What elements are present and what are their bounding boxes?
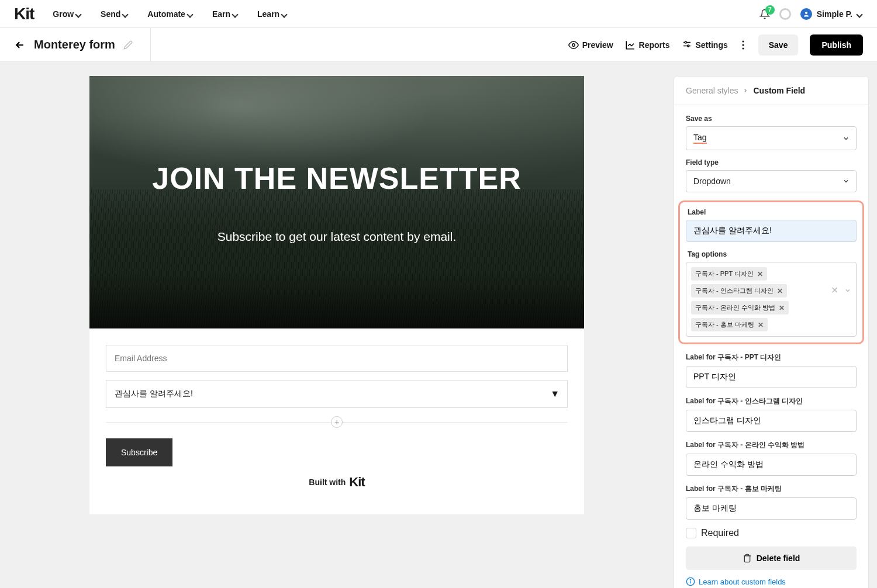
field-type-label: Field type [686,158,857,167]
svg-point-5 [687,45,689,47]
sub-nav-right: Preview Reports Settings Save Publish [568,34,863,56]
nav-item-grow[interactable]: Grow [53,9,82,19]
sub-nav: Monterey form Preview Reports Settings S… [0,28,877,62]
expand-tags-button[interactable] [844,287,851,294]
breadcrumb-general-styles[interactable]: General styles [686,86,738,95]
chevron-right-icon [743,88,748,94]
form-body: 관심사를 알려주세요! ▼ + Subscribe Built with Kit [89,328,584,514]
label-for-4-input[interactable] [686,497,857,520]
tag-options-box[interactable]: 구독자 - PPT 디자인✕ 구독자 - 인스타그램 디자인✕ 구독자 - 온라… [686,262,857,337]
label-for-3-group: Label for 구독자 - 온라인 수익화 방법 [686,440,857,476]
publish-button[interactable]: Publish [810,34,863,56]
svg-point-0 [805,12,807,14]
more-button[interactable] [740,38,747,52]
remove-tag-button[interactable]: ✕ [779,304,785,312]
required-row[interactable]: Required [686,528,857,538]
delete-field-button[interactable]: Delete field [686,547,857,570]
label-for-1-input[interactable] [686,366,857,388]
remove-tag-button[interactable]: ✕ [757,270,763,278]
svg-point-1 [572,43,575,46]
nav-item-send[interactable]: Send [101,9,129,19]
field-type-select[interactable]: Dropdown [686,170,857,192]
builtwith-badge[interactable]: Built with Kit [106,466,568,498]
chevron-down-icon [123,11,129,17]
editor-area: JOIN THE NEWSLETTER Subscribe to get our… [0,62,674,588]
divider [106,422,331,423]
hero-section[interactable]: JOIN THE NEWSLETTER Subscribe to get our… [89,76,584,328]
label-for-2-label: Label for 구독자 - 인스타그램 디자인 [686,396,857,406]
label-for-4-label: Label for 구독자 - 홍보 마케팅 [686,484,857,494]
trash-icon [743,554,752,563]
preview-button[interactable]: Preview [568,40,613,50]
notifications-button[interactable]: 7 [759,9,770,19]
label-for-3-input[interactable] [686,454,857,476]
page-title: Monterey form [34,38,115,51]
side-panel: General styles Custom Field Save as Tag … [674,76,869,588]
chevron-down-icon [233,11,239,17]
back-button[interactable] [14,39,26,51]
add-field-button[interactable]: + [331,416,343,428]
tag-chip: 구독자 - PPT 디자인✕ [691,267,767,281]
remove-tag-button[interactable]: ✕ [758,321,764,329]
email-field[interactable] [106,345,568,372]
field-type-group: Field type Dropdown [686,158,857,192]
label-group: Label [686,208,857,242]
label-for-2-group: Label for 구독자 - 인스타그램 디자인 [686,396,857,432]
tag-chip: 구독자 - 온라인 수익화 방법✕ [691,301,789,314]
svg-point-11 [690,579,690,580]
kit-logo: Kit [349,475,364,490]
logo[interactable]: Kit [14,5,34,23]
remove-tag-button[interactable]: ✕ [777,287,783,295]
label-input[interactable] [686,220,857,242]
nav-item-automate[interactable]: Automate [147,9,194,19]
nav-right: 7 Simple P. [759,8,863,20]
save-button[interactable]: Save [758,34,799,56]
label-for-3-label: Label for 구독자 - 온라인 수익화 방법 [686,440,857,450]
edit-title-button[interactable] [123,40,133,50]
reports-button[interactable]: Reports [625,40,670,50]
save-as-select[interactable]: Tag [686,126,857,150]
divider [150,28,151,62]
user-menu[interactable]: Simple P. [800,8,863,20]
learn-link[interactable]: Learn about custom fields [686,577,857,586]
divider [343,422,568,423]
more-vertical-icon [742,40,744,50]
hero-subtitle[interactable]: Subscribe to get our latest content by e… [217,230,457,244]
subscribe-button[interactable]: Subscribe [106,438,172,466]
top-nav: Kit Grow Send Automate Earn Learn 7 Simp… [0,0,877,28]
panel-body: Save as Tag Field type Dropdown Label [674,105,868,588]
dropdown-field[interactable]: 관심사를 알려주세요! ▼ [106,380,568,408]
notification-badge: 7 [765,5,775,15]
chart-icon [625,40,636,50]
highlighted-section: Label Tag options 구독자 - PPT 디자인✕ 구독자 - 인… [678,200,864,344]
tag-list: 구독자 - PPT 디자인✕ 구독자 - 인스타그램 디자인✕ 구독자 - 온라… [691,267,826,331]
dropdown-label: 관심사를 알려주세요! [106,380,568,408]
clear-tags-button[interactable]: ✕ [831,285,838,296]
add-field-row: + [106,416,568,428]
nav-item-earn[interactable]: Earn [212,9,239,19]
label-for-2-input[interactable] [686,410,857,432]
sliders-icon [682,40,692,50]
hero-title[interactable]: JOIN THE NEWSLETTER [152,161,521,196]
svg-point-6 [742,40,744,42]
svg-point-3 [685,41,686,43]
breadcrumb-current: Custom Field [753,86,805,95]
required-checkbox[interactable] [686,528,696,538]
label-for-4-group: Label for 구독자 - 홍보 마케팅 [686,484,857,520]
chevron-down-icon [857,11,863,17]
settings-button[interactable]: Settings [682,40,728,50]
required-label: Required [701,528,739,538]
label-label: Label [688,208,857,216]
tag-options-label: Tag options [688,250,857,258]
form-canvas: JOIN THE NEWSLETTER Subscribe to get our… [89,76,584,514]
breadcrumb: General styles Custom Field [674,77,868,105]
nav-item-learn[interactable]: Learn [257,9,288,19]
user-name: Simple P. [817,9,852,19]
svg-point-7 [742,44,744,46]
nav-menu: Grow Send Automate Earn Learn [53,9,288,19]
tag-chip: 구독자 - 홍보 마케팅✕ [691,318,768,331]
main-content: JOIN THE NEWSLETTER Subscribe to get our… [0,62,877,588]
tag-chip: 구독자 - 인스타그램 디자인✕ [691,284,787,298]
tag-options-group: Tag options 구독자 - PPT 디자인✕ 구독자 - 인스타그램 디… [686,250,857,337]
chevron-down-icon [188,11,194,17]
